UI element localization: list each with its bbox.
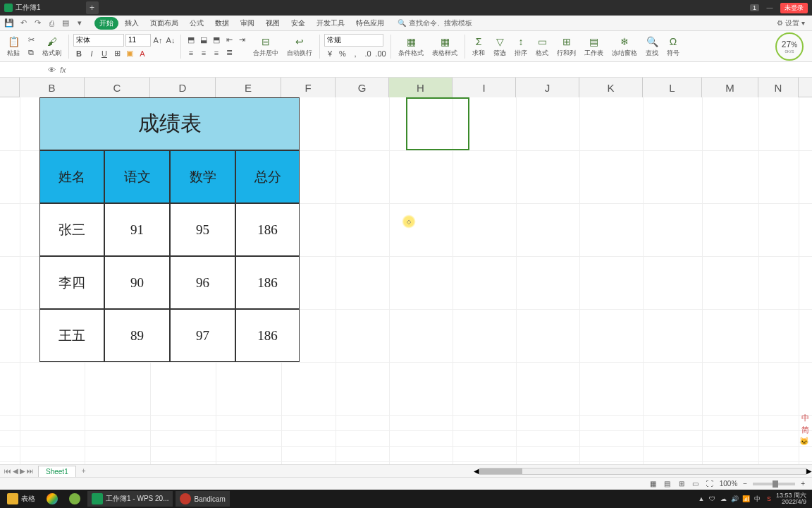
format-button[interactable]: ▭格式	[533, 34, 551, 59]
justify-icon[interactable]: ≣	[223, 47, 235, 59]
comma-icon[interactable]: ,	[350, 48, 361, 59]
auto-wrap-button[interactable]: ↩ 自动换行	[284, 34, 315, 59]
col-header-M[interactable]: M	[702, 78, 758, 97]
col-header-H[interactable]: H	[389, 78, 453, 97]
fullscreen-icon[interactable]: ⛶	[706, 480, 714, 488]
table-cell[interactable]: 89	[104, 309, 170, 362]
table-cell[interactable]: 95	[170, 203, 235, 256]
symbol-button[interactable]: Ω符号	[664, 34, 682, 59]
align-top-icon[interactable]: ⬒	[185, 35, 197, 46]
col-header-L[interactable]: L	[643, 78, 702, 97]
tray-ime-icon[interactable]: 中	[753, 495, 762, 503]
tab-view[interactable]: 视图	[261, 17, 285, 30]
table-cell[interactable]: 李四	[39, 256, 104, 309]
taskbar-start[interactable]: 表格	[3, 491, 39, 507]
table-cell[interactable]: 王五	[39, 309, 104, 362]
table-header-cell[interactable]: 姓名	[39, 150, 104, 203]
scroll-right-icon[interactable]: ▶	[806, 467, 812, 475]
col-header-E[interactable]: E	[216, 78, 281, 97]
add-sheet-button[interactable]: +	[79, 466, 89, 476]
zoom-out-icon[interactable]: −	[743, 480, 747, 488]
view-normal-icon[interactable]: ▦	[649, 480, 658, 488]
fx-label[interactable]: fx	[60, 66, 66, 74]
tray-network-icon[interactable]: 📶	[742, 495, 751, 503]
view-read-icon[interactable]: ▭	[691, 480, 700, 488]
name-box[interactable]	[4, 64, 42, 75]
find-button[interactable]: 🔍查找	[643, 34, 661, 59]
tab-start[interactable]: 开始	[94, 17, 118, 30]
col-header-I[interactable]: I	[453, 78, 516, 97]
sheet-tab-active[interactable]: Sheet1	[38, 466, 76, 477]
tray-up-icon[interactable]: ▲	[697, 495, 706, 503]
scroll-thumb[interactable]	[480, 468, 522, 474]
cut-icon[interactable]: ✂	[25, 35, 37, 46]
table-cell[interactable]: 90	[104, 256, 170, 309]
font-size-select[interactable]	[125, 34, 151, 47]
align-bottom-icon[interactable]: ⬒	[211, 35, 222, 46]
tab-insert[interactable]: 插入	[120, 17, 144, 30]
font-color-button[interactable]: A	[137, 48, 148, 59]
zoom-in-icon[interactable]: +	[801, 480, 805, 488]
print-icon[interactable]: ⎙	[47, 18, 56, 28]
save-icon[interactable]: 💾	[4, 18, 14, 28]
copy-icon[interactable]: ⧉	[25, 47, 37, 59]
sum-button[interactable]: Σ求和	[469, 34, 488, 59]
tray-app-icon[interactable]: S	[765, 495, 773, 503]
minimize-icon[interactable]: —	[765, 3, 775, 13]
increase-font-icon[interactable]: A↑	[152, 35, 164, 46]
indent-left-icon[interactable]: ⇤	[223, 35, 235, 46]
table-cell[interactable]: 91	[104, 203, 170, 256]
view-page-icon[interactable]: ▤	[663, 480, 672, 488]
freeze-button[interactable]: ❄冻结窗格	[609, 34, 640, 59]
col-header-N[interactable]: N	[758, 78, 799, 97]
table-cell[interactable]: 186	[235, 203, 300, 256]
ribbon-settings[interactable]: ⚙ 设置 ▾	[777, 18, 812, 28]
select-all-corner[interactable]	[0, 78, 20, 97]
view-break-icon[interactable]: ⊞	[677, 480, 686, 488]
zoom-slider[interactable]	[753, 483, 795, 485]
tab-layout[interactable]: 页面布局	[145, 17, 183, 30]
decimal-dec-icon[interactable]: .00	[375, 48, 386, 59]
taskbar-bandicam[interactable]: Bandicam	[176, 491, 229, 507]
zoom-knob[interactable]	[773, 480, 778, 488]
fx-icon[interactable]: 👁	[48, 66, 56, 74]
decimal-inc-icon[interactable]: .0	[362, 48, 374, 59]
indent-right-icon[interactable]: ⇥	[236, 35, 247, 46]
col-header-C[interactable]: C	[85, 78, 150, 97]
table-cell[interactable]: 张三	[39, 203, 104, 256]
preview-icon[interactable]: ▤	[61, 18, 70, 28]
paste-button[interactable]: 📋 粘贴	[4, 34, 23, 59]
tab-review[interactable]: 审阅	[235, 17, 259, 30]
worksheet-button[interactable]: ▤工作表	[582, 34, 606, 59]
align-left-icon[interactable]: ≡	[185, 47, 197, 59]
col-header-K[interactable]: K	[579, 78, 643, 97]
tray-volume-icon[interactable]: 🔊	[731, 495, 739, 503]
format-painter[interactable]: 🖌 格式刷	[39, 34, 64, 59]
row-col-button[interactable]: ⊞行和列	[554, 34, 579, 59]
font-select[interactable]	[73, 34, 124, 47]
sheet-first-icon[interactable]: ⏮	[4, 467, 11, 475]
sort-button[interactable]: ↕排序	[512, 34, 530, 59]
table-header-cell[interactable]: 总分	[235, 150, 300, 203]
formula-input[interactable]	[72, 64, 808, 75]
align-right-icon[interactable]: ≡	[211, 47, 222, 59]
redo-icon[interactable]: ↷	[32, 18, 42, 28]
spreadsheet-grid[interactable]: BCDEFGHIJKLMN 成绩表 姓名语文数学总分 张三9195186李四90…	[0, 78, 812, 464]
tab-special[interactable]: 特色应用	[351, 17, 389, 30]
tab-data[interactable]: 数据	[210, 17, 234, 30]
col-header-F[interactable]: F	[281, 78, 336, 97]
italic-button[interactable]: I	[86, 48, 97, 59]
table-cell[interactable]: 186	[235, 256, 300, 309]
taskbar-browser[interactable]	[65, 491, 85, 507]
number-format-select[interactable]	[324, 34, 383, 47]
decrease-font-icon[interactable]: A↓	[165, 35, 176, 46]
taskbar-wps[interactable]: 工作簿1 - WPS 20...	[87, 491, 173, 507]
currency-icon[interactable]: ¥	[324, 48, 336, 59]
merge-center-button[interactable]: ⊟ 合并居中	[250, 34, 281, 59]
sheet-prev-icon[interactable]: ◀	[13, 467, 18, 475]
taskbar-chrome[interactable]	[42, 491, 62, 507]
scroll-track[interactable]	[479, 468, 806, 475]
horizontal-scrollbar[interactable]: ◀ ▶	[474, 467, 812, 476]
border-button[interactable]: ⊞	[111, 48, 123, 59]
sheet-last-icon[interactable]: ⏭	[27, 467, 34, 475]
